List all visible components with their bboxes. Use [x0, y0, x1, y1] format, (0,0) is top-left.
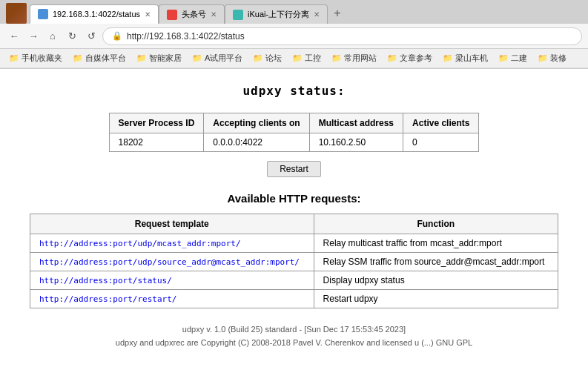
table-row: http://address:port/udp/mcast_addr:mport… [30, 234, 558, 253]
page-title: udpxy status: [30, 84, 558, 98]
restart-btn-row: Restart [30, 161, 558, 177]
request-template-3: http://address:port/restart/ [30, 290, 314, 308]
browser-chrome: 192.168.3.1:4022/status ✕ 头条号 ✕ iKuai-上下… [0, 0, 588, 69]
tab-favicon-1 [38, 9, 48, 19]
status-col-header-1: Accepting clients on [204, 113, 309, 133]
requests-table: Request template Function http://address… [30, 214, 558, 308]
status-col-header-2: Multicast address [309, 113, 403, 133]
status-pid: 18202 [109, 133, 204, 152]
tab-3-title: iKuai-上下行分离 [248, 9, 309, 20]
bookmark-label-7: 文章参考 [400, 53, 432, 64]
table-row: http://address:port/status/ Display udpx… [30, 271, 558, 290]
request-function-2: Display udpxy status [314, 271, 558, 290]
folder-icon-8: 📁 [443, 53, 453, 63]
bookmark-8[interactable]: 📁 梁山车机 [440, 52, 491, 65]
request-template-0: http://address:port/udp/mcast_addr:mport… [30, 234, 314, 253]
folder-icon-5: 📁 [292, 53, 303, 63]
table-row: http://address:port/udp/source_addr@mcas… [30, 253, 558, 271]
footer: udpxy v. 1.0 (Build 25) standard - [Sun … [30, 323, 558, 349]
tab-2[interactable]: 头条号 ✕ [159, 4, 225, 24]
bookmark-label-9: 二建 [511, 53, 527, 64]
lock-icon: 🔒 [112, 31, 122, 41]
bookmark-label-4: 论坛 [265, 53, 282, 64]
request-template-2: http://address:port/status/ [30, 271, 314, 290]
bookmark-label-8: 梁山车机 [455, 53, 488, 64]
url-text: http://192.168.3.1:4022/status [127, 31, 245, 42]
forward-button[interactable]: → [25, 28, 42, 44]
tab-bar: 192.168.3.1:4022/status ✕ 头条号 ✕ iKuai-上下… [0, 0, 588, 24]
folder-icon-7: 📁 [387, 53, 397, 63]
bookmark-4[interactable]: 📁 论坛 [250, 52, 285, 65]
bookmark-1[interactable]: 📁 自媒体平台 [70, 52, 129, 65]
status-table: Server Process ID Accepting clients on M… [109, 113, 480, 152]
status-accepting: 0.0.0.0:4022 [204, 133, 309, 152]
folder-icon-2: 📁 [136, 53, 147, 63]
folder-icon-0: 📁 [9, 53, 19, 63]
restart-button[interactable]: Restart [267, 161, 321, 177]
tab-3[interactable]: iKuai-上下行分离 ✕ [225, 4, 328, 24]
request-function-1: Relay SSM traffic from source_addr@mcast… [314, 253, 558, 271]
request-function-3: Restart udpxy [314, 290, 558, 308]
requests-col-header-0: Request template [30, 214, 314, 234]
home-button[interactable]: ⌂ [44, 28, 61, 44]
bookmark-3[interactable]: 📁 A试用平台 [189, 52, 245, 65]
tab-1-close[interactable]: ✕ [145, 10, 151, 19]
refresh-button[interactable]: ↻ [64, 28, 80, 44]
bookmark-label-2: 智能家居 [149, 53, 182, 64]
page-content: udpxy status: Server Process ID Acceptin… [0, 69, 588, 390]
status-multicast: 10.160.2.50 [309, 133, 403, 152]
tab-2-title: 头条号 [182, 9, 206, 20]
folder-icon-10: 📁 [538, 53, 548, 63]
tab-favicon-2 [167, 10, 177, 20]
bookmark-0[interactable]: 📁 手机收藏夹 [6, 52, 65, 65]
bookmark-label-1: 自媒体平台 [85, 53, 126, 64]
tab-favicon-3 [233, 10, 243, 20]
bookmark-2[interactable]: 📁 智能家居 [133, 52, 185, 65]
url-bar[interactable]: 🔒 http://192.168.3.1:4022/status [102, 27, 582, 45]
bookmark-9[interactable]: 📁 二建 [495, 52, 530, 65]
footer-line-1: udpxy v. 1.0 (Build 25) standard - [Sun … [30, 323, 558, 337]
bookmark-label-10: 装修 [550, 53, 566, 64]
tab-2-close[interactable]: ✕ [211, 10, 217, 19]
tab-1[interactable]: 192.168.3.1:4022/status ✕ [30, 4, 159, 24]
bookmark-6[interactable]: 📁 常用网站 [328, 52, 380, 65]
folder-icon-3: 📁 [192, 53, 202, 63]
bookmark-10[interactable]: 📁 装修 [535, 52, 569, 65]
bookmarks-bar: 📁 手机收藏夹 📁 自媒体平台 📁 智能家居 📁 A试用平台 📁 论坛 📁 工控… [0, 49, 588, 68]
bookmark-label-0: 手机收藏夹 [22, 53, 62, 64]
folder-icon-6: 📁 [331, 53, 342, 63]
avatar [6, 3, 27, 24]
bookmark-label-6: 常用网站 [344, 53, 377, 64]
bookmark-label-5: 工控 [305, 53, 321, 64]
new-tab-button[interactable]: + [328, 4, 346, 23]
status-active-clients: 0 [403, 133, 479, 152]
folder-icon-4: 📁 [253, 53, 263, 63]
folder-icon-9: 📁 [498, 53, 509, 63]
reload-button[interactable]: ↺ [83, 28, 99, 44]
status-col-header-0: Server Process ID [109, 113, 204, 133]
back-button[interactable]: ← [6, 28, 22, 44]
request-template-1: http://address:port/udp/source_addr@mcas… [30, 253, 314, 271]
bookmark-5[interactable]: 📁 工控 [289, 52, 324, 65]
tab-3-close[interactable]: ✕ [314, 10, 320, 19]
http-section-title: Available HTTP requests: [30, 192, 558, 205]
address-bar: ← → ⌂ ↻ ↺ 🔒 http://192.168.3.1:4022/stat… [0, 24, 588, 49]
folder-icon-1: 📁 [73, 53, 83, 63]
tab-1-title: 192.168.3.1:4022/status [53, 10, 140, 19]
footer-line-2: udpxy and udpxrec are Copyright (C) 2008… [30, 337, 558, 350]
requests-col-header-1: Function [314, 214, 558, 234]
bookmark-label-3: A试用平台 [205, 53, 242, 64]
status-col-header-3: Active clients [403, 113, 479, 133]
status-row: 18202 0.0.0.0:4022 10.160.2.50 0 [109, 133, 479, 152]
request-function-0: Relay multicast traffic from mcast_addr:… [314, 234, 558, 253]
table-row: http://address:port/restart/ Restart udp… [30, 290, 558, 308]
bookmark-7[interactable]: 📁 文章参考 [384, 52, 435, 65]
